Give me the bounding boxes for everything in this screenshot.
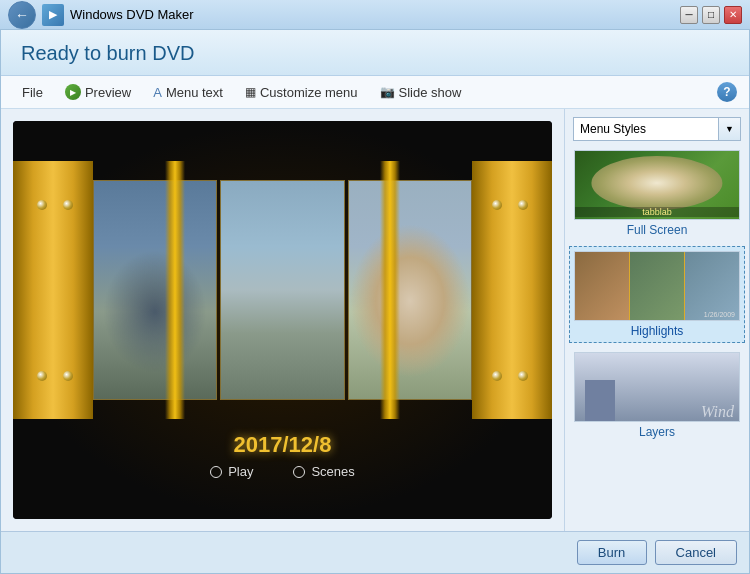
highlights-panel-1 (575, 252, 629, 320)
title-bar-controls: ─ □ ✕ (680, 6, 742, 24)
slide-show-button[interactable]: 📷 Slide show (371, 81, 471, 104)
menu-text-button[interactable]: A Menu text (144, 81, 232, 104)
preview-area: 2017/12/8 Play Scenes (1, 109, 564, 531)
layers-thumbnail: Wind (574, 352, 740, 422)
cancel-button[interactable]: Cancel (655, 540, 737, 565)
header: Ready to burn DVD (1, 30, 749, 76)
fullscreen-thumb-bg: tabblab (575, 151, 739, 219)
photo-panels (93, 180, 472, 400)
customize-menu-button[interactable]: ▦ Customize menu (236, 81, 367, 104)
layers-style-label: Layers (574, 425, 740, 439)
gold-bar-right (380, 161, 400, 420)
photo-panel-left (93, 180, 217, 400)
layers-text-decoration: Wind (701, 403, 734, 421)
style-item-fullscreen[interactable]: tabblab Full Screen (569, 145, 745, 242)
toolbar-right: ? (717, 82, 737, 102)
toolbar: File ▶ Preview A Menu text ▦ Customize m… (1, 76, 749, 109)
bolt-rbl (518, 371, 528, 381)
drum-center (93, 161, 472, 420)
style-item-layers[interactable]: Wind Layers (569, 347, 745, 444)
gold-bar-left (165, 161, 185, 420)
style-item-highlights[interactable]: 1/26/2009 Highlights (569, 246, 745, 343)
preview-label: Preview (85, 85, 131, 100)
highlights-panel-3 (685, 252, 739, 320)
drum-container (13, 161, 552, 420)
slide-show-label: Slide show (399, 85, 462, 100)
preview-button[interactable]: ▶ Preview (56, 80, 140, 104)
bottom-bar: Burn Cancel (1, 531, 749, 573)
bolt-bl (37, 371, 47, 381)
fullscreen-style-label: Full Screen (574, 223, 740, 237)
minimize-button[interactable]: ─ (680, 6, 698, 24)
layers-thumb-bg: Wind (575, 353, 739, 421)
customize-menu-icon: ▦ (245, 85, 256, 99)
dvd-preview: 2017/12/8 Play Scenes (13, 121, 552, 519)
flower-decoration (591, 156, 722, 210)
title-bar: ← ▶ Windows DVD Maker ─ □ ✕ (0, 0, 750, 30)
fullscreen-thumbnail: tabblab (574, 150, 740, 220)
birds-photo (221, 181, 343, 399)
scenes-circle-icon (293, 466, 305, 478)
menu-text-label: Menu text (166, 85, 223, 100)
menu-styles-select[interactable]: Menu Styles (573, 117, 719, 141)
page-title: Ready to burn DVD (21, 42, 729, 65)
play-circle-icon (210, 466, 222, 478)
slide-show-icon: 📷 (380, 85, 395, 99)
styles-list: tabblab Full Screen 1/26/2009 (565, 145, 749, 531)
maximize-button[interactable]: □ (702, 6, 720, 24)
drum (13, 161, 552, 420)
app-title: Windows DVD Maker (70, 7, 194, 22)
bolt-rtr (492, 200, 502, 210)
dvd-buttons: Play Scenes (210, 464, 355, 479)
photo-panel-mid (220, 180, 344, 400)
customize-menu-label: Customize menu (260, 85, 358, 100)
back-button[interactable]: ← (8, 1, 36, 29)
highlights-style-label: Highlights (574, 324, 740, 338)
bolt-rtl (518, 200, 528, 210)
drum-side-left (13, 161, 93, 420)
right-panel: Menu Styles ▼ tabblab Full Screen (564, 109, 749, 531)
highlights-thumb-bg: 1/26/2009 (575, 252, 739, 320)
dvd-date: 2017/12/8 (234, 432, 332, 458)
drum-side-right (472, 161, 552, 420)
burn-button[interactable]: Burn (577, 540, 647, 565)
fullscreen-thumb-label: tabblab (575, 207, 739, 217)
dvd-play-button[interactable]: Play (210, 464, 253, 479)
scenes-label: Scenes (311, 464, 354, 479)
highlights-thumb-date: 1/26/2009 (704, 311, 735, 318)
help-button[interactable]: ? (717, 82, 737, 102)
seal-photo (94, 181, 216, 399)
title-bar-left: ← ▶ Windows DVD Maker (8, 1, 194, 29)
content-area: 2017/12/8 Play Scenes (1, 109, 749, 531)
highlights-thumbnail: 1/26/2009 (574, 251, 740, 321)
bolt-tr (63, 200, 73, 210)
tower-decoration (585, 380, 615, 421)
close-button[interactable]: ✕ (724, 6, 742, 24)
dvd-controls: 2017/12/8 Play Scenes (13, 432, 552, 479)
styles-dropdown: Menu Styles ▼ (573, 117, 741, 141)
menu-text-icon: A (153, 85, 162, 100)
dvd-scenes-button[interactable]: Scenes (293, 464, 354, 479)
pelican-photo (349, 181, 471, 399)
dropdown-chevron[interactable]: ▼ (719, 117, 741, 141)
file-menu[interactable]: File (13, 81, 52, 104)
main-window: Ready to burn DVD File ▶ Preview A Menu … (0, 30, 750, 574)
bolt-br (63, 371, 73, 381)
play-label: Play (228, 464, 253, 479)
highlights-panel-2 (630, 252, 684, 320)
bolt-tl (37, 200, 47, 210)
preview-icon: ▶ (65, 84, 81, 100)
app-icon: ▶ (42, 4, 64, 26)
file-label: File (22, 85, 43, 100)
photo-panel-right (348, 180, 472, 400)
bolt-rbr (492, 371, 502, 381)
